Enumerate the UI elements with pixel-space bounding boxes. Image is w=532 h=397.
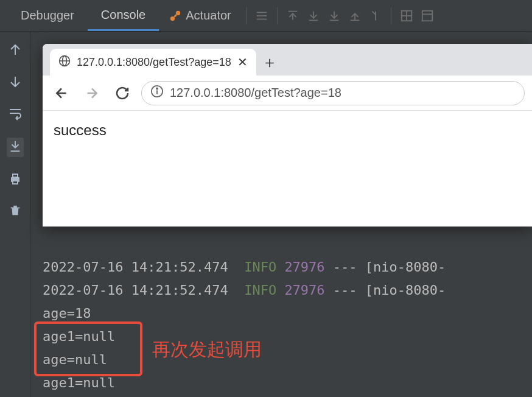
svg-rect-11 <box>13 174 18 177</box>
actuator-label: Actuator <box>186 9 231 23</box>
list-icon[interactable] <box>253 7 271 25</box>
svg-point-1 <box>176 10 180 15</box>
tab-actuator[interactable]: Actuator <box>159 9 240 23</box>
ide-toolbar: Debugger Console Actuator <box>0 0 532 32</box>
arrow-up-icon[interactable] <box>8 43 23 60</box>
browser-tab[interactable]: 127.0.0.1:8080/getTest?age=18 ✕ <box>50 49 256 76</box>
log-line: age=null <box>43 352 107 367</box>
info-icon <box>150 85 164 101</box>
log-line: age=18 <box>43 306 91 321</box>
address-bar[interactable]: 127.0.0.1:8080/getTest?age=18 <box>141 81 525 105</box>
separator <box>391 7 391 24</box>
forward-button[interactable] <box>80 82 103 105</box>
soft-wrap-icon[interactable] <box>8 106 23 123</box>
reload-button[interactable] <box>111 82 134 105</box>
upload-icon[interactable] <box>346 7 364 25</box>
svg-point-0 <box>170 16 175 20</box>
address-text: 127.0.0.1:8080/getTest?age=18 <box>170 86 341 100</box>
arrow-down-icon[interactable] <box>8 74 23 91</box>
svg-rect-8 <box>422 10 432 21</box>
browser-tab-strip: 127.0.0.1:8080/getTest?age=18 ✕ ＋ <box>43 44 532 76</box>
browser-nav-bar: 127.0.0.1:8080/getTest?age=18 <box>43 76 532 111</box>
layout-icon[interactable] <box>418 7 436 25</box>
console-gutter <box>0 32 30 397</box>
separator <box>246 7 247 24</box>
tab-console[interactable]: Console <box>88 1 159 31</box>
close-tab-icon[interactable]: ✕ <box>237 55 248 69</box>
svg-rect-12 <box>13 181 18 184</box>
export-up-icon[interactable] <box>284 7 302 25</box>
globe-icon <box>58 55 71 70</box>
scroll-to-end-icon[interactable] <box>7 138 24 157</box>
browser-tab-title: 127.0.0.1:8080/getTest?age=18 <box>77 56 231 69</box>
download-icon[interactable] <box>304 7 323 25</box>
back-button[interactable] <box>50 82 73 105</box>
log-line: age1=null <box>43 375 115 390</box>
log-line: age1=null <box>43 329 115 344</box>
browser-window: 127.0.0.1:8080/getTest?age=18 ✕ ＋ 127.0.… <box>43 44 532 227</box>
new-tab-button[interactable]: ＋ <box>256 49 283 76</box>
grid-icon[interactable] <box>397 7 416 25</box>
page-content: success <box>43 111 532 227</box>
trash-icon[interactable] <box>9 203 22 219</box>
svg-point-18 <box>156 88 158 89</box>
cursor-down-icon[interactable] <box>366 7 385 25</box>
actuator-icon <box>169 9 182 23</box>
separator <box>277 7 278 24</box>
console-output[interactable]: 2022-07-16 14:21:52.474 INFO 27976 --- [… <box>43 233 532 397</box>
annotation-text: 再次发起调用 <box>152 337 262 362</box>
log-line: 2022-07-16 14:21:52.474 INFO 27976 --- [… <box>43 283 446 298</box>
download-icon[interactable] <box>325 7 343 25</box>
log-line: 2022-07-16 14:21:52.474 INFO 27976 --- [… <box>43 259 446 275</box>
main-area: 127.0.0.1:8080/getTest?age=18 ✕ ＋ 127.0.… <box>30 32 532 397</box>
print-icon[interactable] <box>8 172 23 189</box>
tab-debugger[interactable]: Debugger <box>7 1 88 30</box>
